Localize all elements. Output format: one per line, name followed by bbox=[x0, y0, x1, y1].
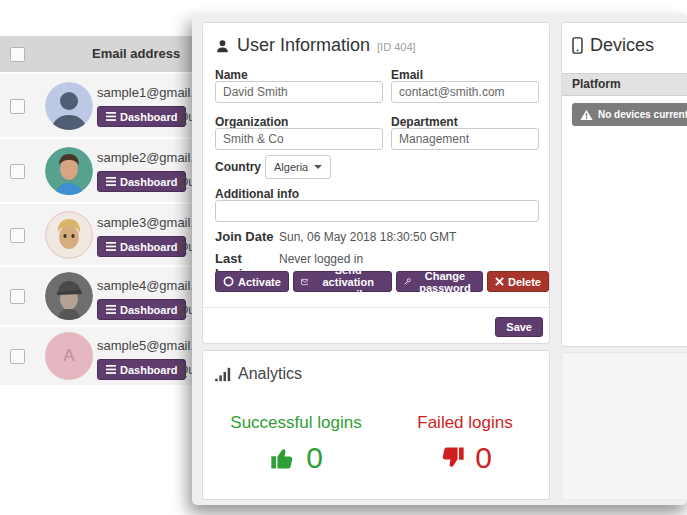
country-label: Country bbox=[215, 160, 261, 174]
hamburger-icon bbox=[106, 305, 116, 314]
country-select[interactable]: Algeria bbox=[265, 155, 331, 179]
key-icon bbox=[404, 276, 411, 287]
select-all-checkbox[interactable] bbox=[10, 47, 25, 62]
user-actions: Activate Send activation email Change pa… bbox=[215, 271, 549, 292]
join-date-label: Join Date bbox=[215, 229, 279, 244]
successful-logins-count: 0 bbox=[306, 441, 323, 475]
circle-icon bbox=[223, 276, 234, 287]
join-date-value: Sun, 06 May 2018 18:30:50 GMT bbox=[279, 230, 456, 244]
change-password-button[interactable]: Change password bbox=[396, 271, 483, 292]
table-row[interactable]: sample3@gmail.com Dashboard Qui bbox=[0, 204, 212, 265]
dashboard-button-label: Dashboard bbox=[120, 364, 177, 376]
failed-logins-count: 0 bbox=[475, 441, 492, 475]
activate-button-label: Activate bbox=[238, 276, 281, 288]
dashboard-button-label: Dashboard bbox=[120, 241, 177, 253]
hamburger-icon bbox=[106, 242, 116, 251]
envelope-icon bbox=[301, 277, 309, 287]
devices-header: Devices bbox=[572, 35, 654, 56]
avatar bbox=[45, 211, 93, 259]
table-row[interactable]: sample4@gmail.com Dashboard Qui bbox=[0, 267, 212, 325]
chevron-down-icon bbox=[314, 165, 322, 169]
table-row[interactable]: sample2@gmail.com Dashboard Qui bbox=[0, 139, 212, 202]
devices-title: Devices bbox=[590, 35, 654, 56]
successful-logins-label: Successful logins bbox=[215, 413, 377, 433]
failed-logins-label: Failed logins bbox=[389, 413, 541, 433]
table-row[interactable]: A sample5@gmail.com Dashboard Qui bbox=[0, 327, 212, 385]
organization-input[interactable] bbox=[215, 128, 383, 150]
name-input[interactable] bbox=[215, 81, 383, 103]
dashboard-button[interactable]: Dashboard bbox=[97, 236, 186, 257]
avatar bbox=[45, 272, 93, 320]
avatar bbox=[45, 147, 93, 195]
mobile-phone-icon bbox=[572, 37, 583, 54]
change-password-label: Change password bbox=[415, 270, 475, 294]
additional-info-input[interactable] bbox=[215, 200, 539, 222]
analytics-card: Analytics Successful logins 0 Failed log… bbox=[202, 350, 550, 500]
avatar-initial: A bbox=[63, 346, 74, 366]
person-silhouette-icon bbox=[45, 82, 93, 130]
dashboard-button[interactable]: Dashboard bbox=[97, 299, 186, 320]
delete-button-label: Delete bbox=[508, 276, 541, 288]
avatar bbox=[45, 82, 93, 130]
row-checkbox[interactable] bbox=[10, 164, 25, 179]
hamburger-icon bbox=[106, 365, 116, 374]
table-header-row: Email address bbox=[0, 36, 212, 72]
platform-column-header: Platform bbox=[572, 74, 621, 95]
name-label: Name bbox=[215, 68, 248, 82]
row-checkbox[interactable] bbox=[10, 289, 25, 304]
user-photo bbox=[45, 272, 93, 320]
warning-icon bbox=[580, 109, 593, 121]
user-id-badge: [ID 404] bbox=[377, 41, 416, 53]
user-icon bbox=[215, 38, 230, 54]
analytics-title: Analytics bbox=[238, 365, 302, 383]
send-activation-email-label: Send activation email bbox=[312, 264, 384, 300]
dashboard-button-label: Dashboard bbox=[120, 304, 177, 316]
additional-info-label: Additional info bbox=[215, 187, 299, 201]
platform-header-row: Platform bbox=[562, 73, 687, 96]
send-activation-email-button[interactable]: Send activation email bbox=[293, 271, 392, 292]
card-title: User Information bbox=[237, 35, 370, 56]
successful-logins-block: Successful logins 0 bbox=[215, 413, 377, 475]
devices-card: Devices Platform No devices currently re bbox=[561, 22, 687, 347]
user-details-modal: User Information [ID 404] Name Email Org… bbox=[192, 14, 687, 505]
dashboard-button-label: Dashboard bbox=[120, 176, 177, 188]
x-icon bbox=[495, 277, 504, 286]
user-photo bbox=[45, 211, 93, 259]
join-date-row: Join Date Sun, 06 May 2018 18:30:50 GMT bbox=[215, 229, 456, 244]
thumbs-up-icon bbox=[269, 444, 297, 472]
email-label: Email bbox=[391, 68, 423, 82]
dashboard-button[interactable]: Dashboard bbox=[97, 106, 186, 127]
hamburger-icon bbox=[106, 177, 116, 186]
user-information-header: User Information [ID 404] bbox=[215, 35, 416, 56]
dashboard-button[interactable]: Dashboard bbox=[97, 171, 186, 192]
country-selected-value: Algeria bbox=[274, 161, 308, 173]
row-checkbox[interactable] bbox=[10, 99, 25, 114]
empty-panel bbox=[561, 352, 687, 500]
email-input[interactable] bbox=[391, 81, 539, 103]
thumbs-down-icon bbox=[438, 444, 466, 472]
email-column-header[interactable]: Email address bbox=[92, 36, 180, 72]
card-footer-divider bbox=[203, 307, 549, 308]
row-checkbox[interactable] bbox=[10, 349, 25, 364]
avatar: A bbox=[45, 332, 93, 380]
failed-logins-block: Failed logins 0 bbox=[389, 413, 541, 475]
row-checkbox[interactable] bbox=[10, 228, 25, 243]
no-devices-message: No devices currently re bbox=[598, 109, 687, 120]
department-input[interactable] bbox=[391, 128, 539, 150]
save-button-label: Save bbox=[506, 321, 532, 333]
dashboard-button[interactable]: Dashboard bbox=[97, 359, 186, 380]
delete-button[interactable]: Delete bbox=[487, 271, 549, 292]
organization-label: Organization bbox=[215, 115, 288, 129]
save-button[interactable]: Save bbox=[495, 317, 543, 337]
department-label: Department bbox=[391, 115, 458, 129]
dashboard-button-label: Dashboard bbox=[120, 111, 177, 123]
analytics-header: Analytics bbox=[215, 365, 302, 383]
activate-button[interactable]: Activate bbox=[215, 271, 289, 292]
user-photo bbox=[45, 147, 93, 195]
table-row[interactable]: sample1@gmail.com Dashboard Qui bbox=[0, 74, 212, 137]
no-devices-alert: No devices currently re bbox=[572, 103, 687, 126]
chart-bars-icon bbox=[215, 367, 232, 382]
user-information-card: User Information [ID 404] Name Email Org… bbox=[202, 22, 550, 344]
hamburger-icon bbox=[106, 112, 116, 121]
